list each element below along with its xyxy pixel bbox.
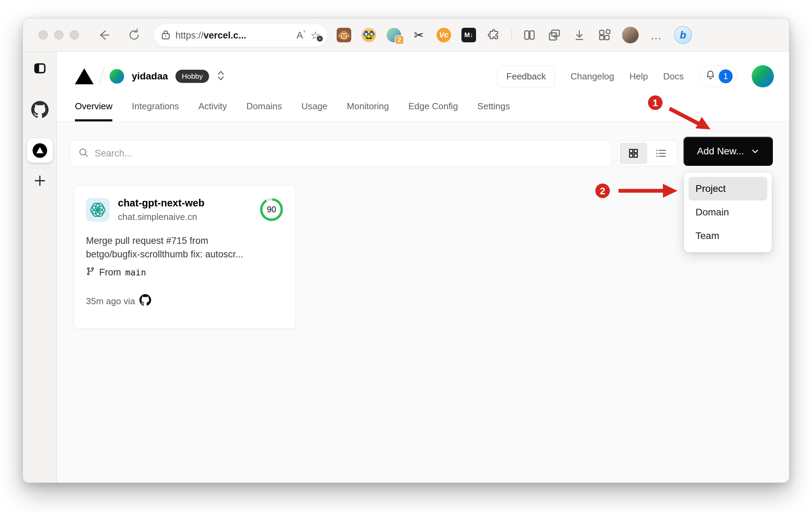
scissors-extension-icon[interactable]: ✂ [412, 28, 426, 42]
vercel-logo-icon[interactable] [75, 68, 94, 84]
add-new-button[interactable]: Add New... [683, 137, 773, 166]
browser-window: https://vercel.c... A⌝ ☆+ 🐵 🥸 2 ✂ Vc M↓ [23, 18, 789, 483]
deployment-meta: 35m ago via [86, 294, 284, 308]
read-aloud-icon[interactable]: A⌝ [296, 30, 305, 41]
tab-domains[interactable]: Domains [247, 101, 282, 121]
docs-link[interactable]: Docs [663, 71, 684, 82]
proxy-extension-icon[interactable]: 2 [387, 28, 401, 42]
project-card[interactable]: chat-gpt-next-web chat.simplenaive.cn 90… [74, 185, 296, 329]
tab-edge-config[interactable]: Edge Config [408, 101, 458, 121]
tab-usage[interactable]: Usage [301, 101, 327, 121]
breadcrumb: yidadaa Hobby [75, 64, 225, 88]
tab-integrations[interactable]: Integrations [132, 101, 179, 121]
tab-settings[interactable]: Settings [477, 101, 510, 121]
collections-icon[interactable] [547, 28, 562, 42]
search-icon [78, 147, 89, 160]
back-icon[interactable] [96, 28, 110, 43]
tab-github-icon[interactable] [23, 101, 57, 118]
chevron-down-icon [751, 147, 759, 155]
close-window-button[interactable] [38, 30, 48, 40]
view-toggle [617, 140, 678, 166]
score-value: 90 [262, 200, 280, 219]
profile-avatar[interactable] [622, 27, 639, 43]
tab-vercel-active[interactable] [23, 138, 57, 163]
changelog-link[interactable]: Changelog [570, 71, 614, 82]
help-link[interactable]: Help [629, 71, 648, 82]
add-favorite-icon[interactable]: ☆+ [310, 29, 320, 42]
new-tab-icon[interactable] [23, 174, 57, 188]
minimize-window-button[interactable] [54, 30, 63, 40]
traffic-lights [38, 30, 79, 40]
more-menu-icon[interactable]: … [649, 28, 664, 42]
markdown-extension-icon[interactable]: M↓ [461, 28, 476, 42]
url-text: https://vercel.c... [175, 30, 246, 41]
browser-sidebar [23, 52, 57, 483]
browser-toolbar: https://vercel.c... A⌝ ☆+ 🐵 🥸 2 ✂ Vc M↓ [23, 18, 789, 52]
feedback-button[interactable]: Feedback [497, 66, 555, 87]
branch-row: From main [86, 267, 284, 278]
search-input[interactable] [95, 148, 604, 159]
git-branch-icon [86, 267, 95, 278]
github-icon [139, 294, 151, 308]
project-name[interactable]: chat-gpt-next-web [118, 197, 205, 209]
list-view-button[interactable] [647, 143, 675, 164]
nav-tabs: Overview Integrations Activity Domains U… [75, 101, 510, 121]
vercel-tab-icon[interactable] [27, 138, 53, 163]
project-domain[interactable]: chat.simplenaive.cn [118, 212, 205, 222]
zoom-window-button[interactable] [70, 30, 79, 40]
bing-chat-icon[interactable]: b [674, 26, 692, 44]
avatar-extension-icon[interactable]: 🥸 [362, 28, 376, 42]
team-switcher-icon[interactable] [217, 70, 225, 83]
grid-view-button[interactable] [620, 143, 647, 164]
sidebar-divider [28, 168, 52, 168]
lock-icon [161, 29, 171, 41]
team-name[interactable]: yidadaa [132, 71, 168, 82]
vc-extension-icon[interactable]: Vc [437, 28, 451, 42]
header-actions: Feedback Changelog Help Docs 1 [497, 64, 774, 88]
score-ring[interactable]: 90 [260, 198, 283, 221]
bell-icon [705, 70, 716, 83]
search-box[interactable] [70, 140, 612, 167]
notification-count-badge: 1 [719, 69, 733, 83]
toolbar-divider [511, 29, 512, 41]
refresh-icon[interactable] [127, 28, 141, 44]
breadcrumb-slash [98, 68, 105, 85]
proxy-badge: 2 [395, 35, 404, 44]
user-avatar[interactable] [752, 65, 774, 87]
toggle-sidebar-icon[interactable] [23, 61, 57, 75]
menu-item-team[interactable]: Team [689, 224, 767, 248]
extension-icons: 🐵 🥸 2 ✂ Vc M↓ … b [337, 18, 692, 52]
address-bar[interactable]: https://vercel.c... A⌝ ☆+ [154, 24, 327, 47]
commit-message: Merge pull request #715 from betgo/bugfi… [86, 234, 280, 261]
team-avatar[interactable] [110, 69, 124, 84]
split-screen-icon[interactable] [522, 28, 537, 42]
vercel-header: yidadaa Hobby Feedback Changelog Help Do… [57, 52, 789, 122]
tab-overview[interactable]: Overview [75, 101, 112, 121]
branch-name: main [125, 267, 146, 278]
apps-grid-icon[interactable] [597, 28, 612, 42]
tab-activity[interactable]: Activity [198, 101, 227, 121]
add-new-dropdown: Project Domain Team [684, 172, 772, 252]
openai-logo-icon [86, 198, 110, 222]
notifications-button[interactable]: 1 [699, 66, 736, 87]
extensions-puzzle-icon[interactable] [486, 28, 501, 42]
downloads-icon[interactable] [572, 28, 587, 42]
tab-monitoring[interactable]: Monitoring [347, 101, 389, 121]
plan-badge: Hobby [175, 70, 209, 83]
tampermonkey-extension-icon[interactable]: 🐵 [337, 28, 351, 42]
menu-item-project[interactable]: Project [689, 177, 767, 200]
menu-item-domain[interactable]: Domain [689, 200, 767, 224]
